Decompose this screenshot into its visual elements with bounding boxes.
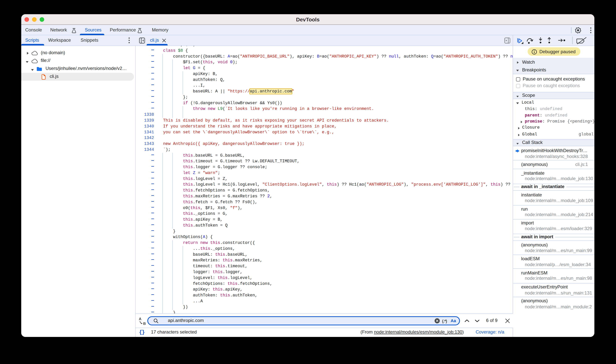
svg-text:A: A [139, 317, 141, 321]
svg-text:B: B [143, 322, 146, 325]
svg-text:}: } [142, 329, 145, 335]
